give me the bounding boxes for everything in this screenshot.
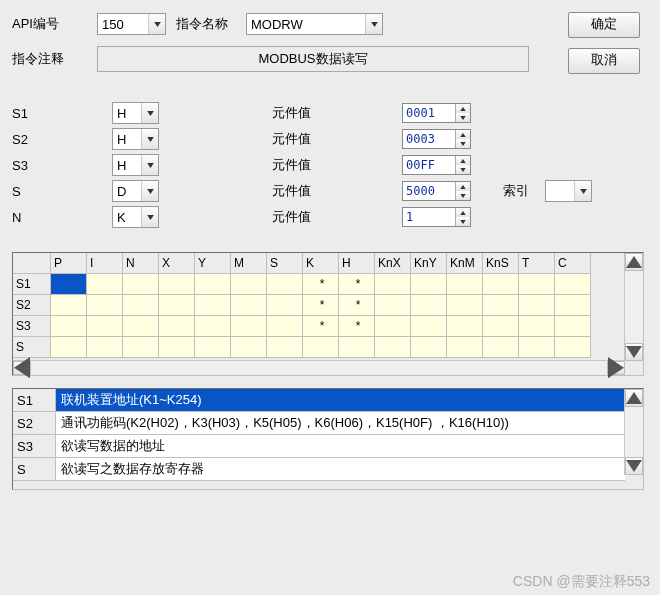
grid-cell[interactable] (159, 274, 195, 295)
spin-up-icon[interactable] (456, 104, 470, 113)
grid-cell[interactable] (555, 337, 591, 358)
grid-row-header[interactable]: S2 (13, 295, 51, 316)
grid-cell[interactable] (87, 295, 123, 316)
param-value-spinner[interactable] (402, 207, 471, 227)
grid-col-header[interactable]: P (51, 253, 87, 274)
param-value-spinner[interactable] (402, 129, 471, 149)
grid-col-header[interactable]: M (231, 253, 267, 274)
grid-cell[interactable] (231, 295, 267, 316)
scroll-down-icon[interactable] (625, 457, 643, 475)
param-type-combo[interactable] (112, 102, 159, 124)
chevron-down-icon[interactable] (141, 207, 158, 227)
param-type-input[interactable] (113, 155, 141, 175)
desc-cell[interactable]: 联机装置地址(K1~K254) (56, 389, 625, 412)
desc-row-header[interactable]: S (13, 458, 56, 481)
index-combo[interactable] (545, 180, 592, 202)
grid-col-header[interactable]: K (303, 253, 339, 274)
grid-cell[interactable] (231, 337, 267, 358)
grid-cell[interactable] (483, 337, 519, 358)
desc-row-header[interactable]: S1 (13, 389, 56, 412)
grid-cell[interactable] (87, 316, 123, 337)
grid-row-header[interactable]: S3 (13, 316, 51, 337)
grid-cell[interactable] (375, 274, 411, 295)
param-value-input[interactable] (403, 156, 455, 174)
grid-cell[interactable]: * (339, 316, 375, 337)
grid-col-header[interactable]: T (519, 253, 555, 274)
grid-cell[interactable] (555, 274, 591, 295)
grid-cell[interactable] (51, 295, 87, 316)
param-value-input[interactable] (403, 208, 455, 226)
grid-cell[interactable] (483, 295, 519, 316)
grid-cell[interactable] (51, 337, 87, 358)
param-type-input[interactable] (113, 181, 141, 201)
spin-up-icon[interactable] (456, 156, 470, 165)
chevron-down-icon[interactable] (141, 181, 158, 201)
grid-col-header[interactable]: C (555, 253, 591, 274)
grid-vscrollbar[interactable] (624, 253, 643, 361)
grid-cell[interactable] (339, 337, 375, 358)
grid-cell[interactable] (51, 316, 87, 337)
api-number-input[interactable] (98, 14, 148, 34)
grid-cell[interactable] (375, 316, 411, 337)
param-type-input[interactable] (113, 103, 141, 123)
grid-cell[interactable] (483, 316, 519, 337)
spin-down-icon[interactable] (456, 217, 470, 226)
grid-cell[interactable] (195, 316, 231, 337)
desc-vscrollbar[interactable] (624, 389, 643, 475)
grid-col-header[interactable]: KnS (483, 253, 519, 274)
grid-cell[interactable]: * (303, 274, 339, 295)
chevron-down-icon[interactable] (365, 14, 382, 34)
param-value-input[interactable] (403, 104, 455, 122)
chevron-down-icon[interactable] (574, 181, 591, 201)
instruction-name-input[interactable] (247, 14, 365, 34)
param-type-input[interactable] (113, 207, 141, 227)
grid-cell[interactable] (195, 337, 231, 358)
instruction-name-combo[interactable] (246, 13, 383, 35)
scroll-left-icon[interactable] (13, 361, 31, 375)
grid-cell[interactable]: * (303, 316, 339, 337)
spin-down-icon[interactable] (456, 191, 470, 200)
scroll-up-icon[interactable] (625, 253, 643, 271)
grid-cell[interactable] (87, 274, 123, 295)
scroll-down-icon[interactable] (625, 343, 643, 361)
grid-col-header[interactable]: I (87, 253, 123, 274)
index-input[interactable] (546, 181, 574, 201)
desc-row-header[interactable]: S2 (13, 412, 56, 435)
spin-down-icon[interactable] (456, 165, 470, 174)
grid-col-header[interactable]: S (267, 253, 303, 274)
grid-col-header[interactable]: Y (195, 253, 231, 274)
scroll-right-icon[interactable] (607, 361, 625, 375)
grid-cell[interactable] (447, 337, 483, 358)
spin-down-icon[interactable] (456, 139, 470, 148)
ok-button[interactable]: 确定 (568, 12, 640, 38)
desc-cell[interactable]: 欲读写之数据存放寄存器 (56, 458, 625, 481)
grid-cell[interactable] (123, 337, 159, 358)
grid-cell[interactable] (195, 274, 231, 295)
grid-col-header[interactable]: H (339, 253, 375, 274)
grid-cell[interactable] (519, 295, 555, 316)
grid-cell[interactable] (267, 337, 303, 358)
grid-cell[interactable] (159, 295, 195, 316)
param-type-input[interactable] (113, 129, 141, 149)
grid-cell[interactable] (411, 274, 447, 295)
chevron-down-icon[interactable] (141, 103, 158, 123)
api-number-combo[interactable] (97, 13, 166, 35)
spin-up-icon[interactable] (456, 208, 470, 217)
scroll-up-icon[interactable] (625, 389, 643, 407)
desc-cell[interactable]: 通讯功能码(K2(H02)，K3(H03)，K5(H05)，K6(H06)，K1… (56, 412, 625, 435)
grid-cell[interactable] (375, 295, 411, 316)
spin-down-icon[interactable] (456, 113, 470, 122)
chevron-down-icon[interactable] (141, 129, 158, 149)
grid-cell[interactable] (303, 337, 339, 358)
grid-cell[interactable] (267, 295, 303, 316)
grid-cell[interactable] (483, 274, 519, 295)
param-value-spinner[interactable] (402, 155, 471, 175)
grid-cell[interactable] (195, 295, 231, 316)
grid-row-header[interactable]: S (13, 337, 51, 358)
desc-row-header[interactable]: S3 (13, 435, 56, 458)
grid-hscrollbar[interactable] (13, 360, 625, 375)
param-type-combo[interactable] (112, 180, 159, 202)
grid-cell[interactable] (123, 295, 159, 316)
grid-cell[interactable] (231, 316, 267, 337)
grid-cell[interactable]: * (339, 274, 375, 295)
